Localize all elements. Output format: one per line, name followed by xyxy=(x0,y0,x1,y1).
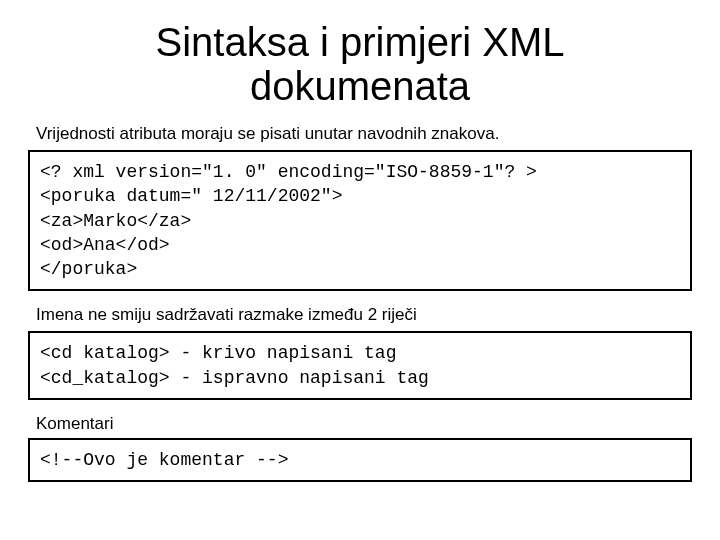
section2-code: <cd katalog> - krivo napisani tag <cd_ka… xyxy=(28,331,692,400)
slide: Sintaksa i primjeri XML dokumenata Vrije… xyxy=(0,0,720,540)
page-title: Sintaksa i primjeri XML dokumenata xyxy=(88,20,632,108)
section3-code: <!--Ovo je komentar --> xyxy=(28,438,692,482)
section1-code: <? xml version="1. 0" encoding="ISO-8859… xyxy=(28,150,692,291)
section2-caption: Imena ne smiju sadržavati razmake između… xyxy=(36,305,692,325)
section1-caption: Vrijednosti atributa moraju se pisati un… xyxy=(36,124,692,144)
section3-caption: Komentari xyxy=(36,414,692,434)
